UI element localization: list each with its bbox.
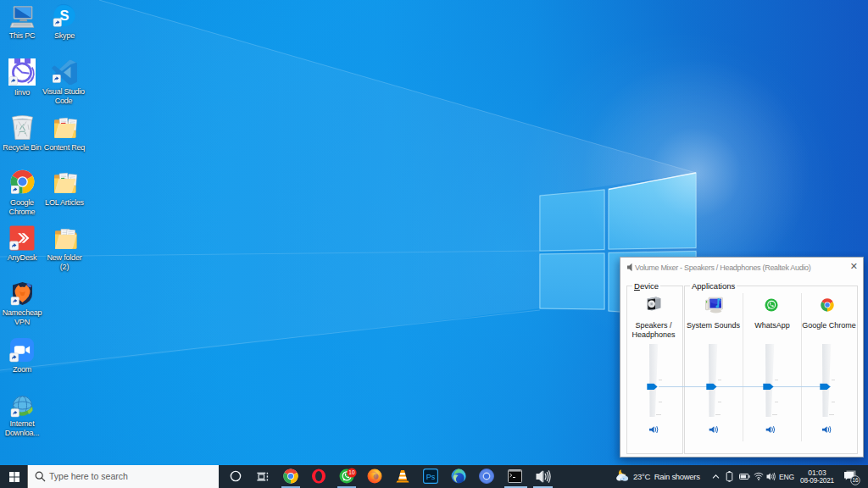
svg-text:Ps: Ps (426, 473, 436, 481)
svg-text:16: 16 (852, 477, 859, 483)
svg-text:10: 10 (348, 469, 355, 475)
